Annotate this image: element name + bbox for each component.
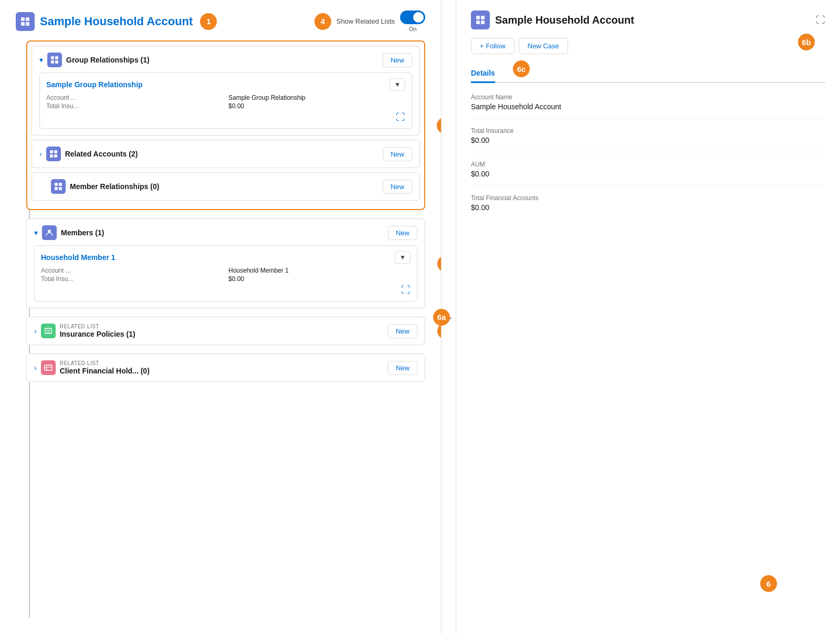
- svg-rect-1: [26, 17, 29, 21]
- group-relationships-new-btn[interactable]: New: [383, 53, 412, 67]
- aum-label: AUM: [471, 161, 825, 168]
- badge-6: 6: [760, 575, 777, 592]
- account-icon: [16, 12, 35, 31]
- svg-rect-27: [476, 20, 480, 24]
- mem-share-icon[interactable]: ⛶: [41, 285, 411, 296]
- new-case-button[interactable]: New Case: [519, 38, 568, 54]
- sample-group-relationship-card: Sample Group Relationship ▼ Account ... …: [39, 72, 412, 129]
- aum-field: AUM $0.00: [471, 161, 825, 186]
- svg-rect-17: [45, 328, 51, 334]
- member-relationships-section: Member Relationships (0) New: [32, 172, 420, 201]
- related-accounts-new-btn[interactable]: New: [383, 147, 412, 161]
- svg-rect-15: [59, 187, 62, 190]
- total-insurance-label: Total Insurance: [471, 127, 825, 134]
- mem-field1-label: Account ...: [41, 267, 223, 274]
- client-financial-icon: [41, 360, 56, 375]
- toggle-on-label: On: [409, 26, 417, 32]
- detail-fields: Account Name Sample Household Account To…: [471, 93, 825, 219]
- grp-field1-value: Sample Group Relationship: [228, 94, 405, 101]
- household-member-1-card: Household Member 1 ▼ Account ... Househo…: [34, 245, 417, 302]
- insurance-policies-new-btn[interactable]: New: [388, 324, 417, 338]
- badge-1: 1: [200, 13, 217, 30]
- svg-rect-2: [21, 22, 25, 26]
- page-title: Sample Household Account: [40, 15, 193, 28]
- account-name-label: Account Name: [471, 93, 825, 101]
- badge-6c: 6c: [513, 60, 530, 77]
- svg-rect-4: [51, 56, 54, 59]
- grp-field2-label: Total Insu...: [46, 102, 223, 110]
- mem-field1-value: Household Member 1: [228, 267, 411, 274]
- related-accounts-icon: [46, 147, 61, 161]
- svg-rect-0: [21, 17, 25, 21]
- grp-share-icon[interactable]: ⛶: [46, 112, 405, 123]
- svg-rect-25: [476, 16, 480, 19]
- group-relationships-icon: [47, 53, 62, 67]
- insurance-policies-section: › Related List Insurance Po: [26, 317, 425, 345]
- insurance-policies-icon: [41, 324, 56, 338]
- svg-rect-12: [55, 183, 58, 186]
- tab-details[interactable]: Details: [471, 65, 495, 83]
- group-relationships-chevron[interactable]: ▾: [39, 56, 43, 64]
- insurance-policies-title: Insurance Policies (1): [60, 330, 384, 338]
- svg-rect-28: [481, 20, 485, 24]
- svg-rect-5: [55, 56, 58, 59]
- mem-field2-value: $0.00: [228, 275, 411, 283]
- badge-4: 4: [314, 13, 331, 30]
- related-accounts-title: Related Accounts (2): [65, 150, 379, 158]
- members-chevron[interactable]: ▾: [34, 228, 38, 237]
- svg-rect-7: [55, 60, 58, 64]
- aum-value: $0.00: [471, 170, 825, 178]
- member-relationships-icon: [51, 179, 66, 194]
- account-name-value: Sample Household Account: [471, 102, 825, 111]
- svg-rect-3: [26, 22, 29, 26]
- total-financial-accounts-field: Total Financial Accounts $0.00: [471, 194, 825, 219]
- related-accounts-chevron[interactable]: ›: [39, 150, 42, 158]
- members-new-btn[interactable]: New: [388, 226, 417, 240]
- right-panel: Sample Household Account ⛶ + Follow New …: [456, 0, 840, 634]
- total-insurance-field: Total Insurance $0.00: [471, 127, 825, 152]
- svg-rect-13: [59, 183, 62, 186]
- insurance-related-list-label: Related List: [60, 324, 384, 329]
- total-financial-accounts-value: $0.00: [471, 203, 825, 212]
- client-financial-related-list-label: Related List: [60, 360, 384, 366]
- right-panel-title: Sample Household Account: [495, 14, 811, 26]
- total-insurance-value: $0.00: [471, 136, 825, 144]
- svg-rect-11: [54, 154, 57, 158]
- badge-6b: 6b: [798, 34, 815, 50]
- grp-field1-label: Account ...: [46, 94, 223, 101]
- svg-rect-14: [55, 187, 58, 190]
- svg-rect-22: [45, 365, 52, 370]
- show-related-label: Show Related Lists: [337, 17, 395, 25]
- related-accounts-section: › Related Accounts (2): [32, 140, 420, 168]
- sample-group-relationship-link[interactable]: Sample Group Relationship: [46, 80, 143, 89]
- members-icon: [42, 225, 57, 240]
- client-financial-section: › Related List Client Financial Hold... …: [26, 354, 425, 382]
- member-relationships-new-btn[interactable]: New: [383, 180, 412, 194]
- insurance-policies-chevron[interactable]: ›: [34, 327, 37, 335]
- svg-point-16: [48, 230, 51, 233]
- right-panel-account-icon: [471, 11, 490, 29]
- svg-rect-6: [51, 60, 54, 64]
- follow-button[interactable]: + Follow: [471, 38, 514, 54]
- client-financial-title: Client Financial Hold... (0): [60, 367, 384, 375]
- household-member-dropdown[interactable]: ▼: [395, 251, 411, 264]
- client-financial-new-btn[interactable]: New: [388, 361, 417, 375]
- badge-6a: 6a: [433, 309, 450, 326]
- section-group: ▾ Group Relationships (1): [26, 40, 425, 210]
- group-relationships-title: Group Relationships (1): [66, 56, 379, 64]
- grp-field2-value: $0.00: [228, 102, 405, 110]
- household-member-1-link[interactable]: Household Member 1: [41, 253, 116, 262]
- show-related-toggle[interactable]: [400, 11, 425, 24]
- client-financial-chevron[interactable]: ›: [34, 363, 37, 372]
- right-panel-share-icon[interactable]: ⛶: [816, 15, 825, 26]
- mem-field2-label: Total Insu...: [41, 275, 223, 283]
- svg-rect-9: [54, 150, 57, 153]
- group-relationships-section: ▾ Group Relationships (1): [32, 46, 420, 136]
- svg-rect-26: [481, 16, 485, 19]
- members-section: ▾ Members (1) New: [26, 219, 425, 308]
- total-financial-accounts-label: Total Financial Accounts: [471, 194, 825, 202]
- member-relationships-title: Member Relationships (0): [70, 182, 379, 191]
- sample-group-relationship-dropdown[interactable]: ▼: [390, 78, 405, 91]
- members-title: Members (1): [61, 228, 384, 237]
- svg-rect-10: [50, 154, 53, 158]
